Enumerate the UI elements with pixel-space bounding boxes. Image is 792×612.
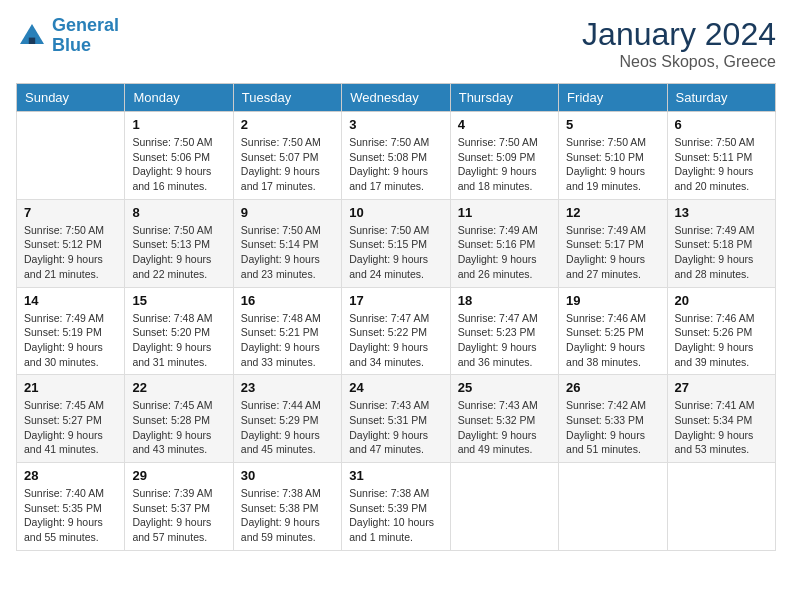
day-number: 2 xyxy=(241,117,334,132)
day-info: Sunrise: 7:50 AMSunset: 5:11 PMDaylight:… xyxy=(675,135,768,194)
day-info: Sunrise: 7:50 AMSunset: 5:06 PMDaylight:… xyxy=(132,135,225,194)
weekday-header-monday: Monday xyxy=(125,84,233,112)
day-info: Sunrise: 7:48 AMSunset: 5:20 PMDaylight:… xyxy=(132,311,225,370)
day-info: Sunrise: 7:43 AMSunset: 5:31 PMDaylight:… xyxy=(349,398,442,457)
calendar-cell: 24Sunrise: 7:43 AMSunset: 5:31 PMDayligh… xyxy=(342,375,450,463)
day-number: 7 xyxy=(24,205,117,220)
day-number: 18 xyxy=(458,293,551,308)
month-title: January 2024 xyxy=(582,16,776,53)
calendar-cell: 9Sunrise: 7:50 AMSunset: 5:14 PMDaylight… xyxy=(233,199,341,287)
calendar-cell: 20Sunrise: 7:46 AMSunset: 5:26 PMDayligh… xyxy=(667,287,775,375)
day-info: Sunrise: 7:43 AMSunset: 5:32 PMDaylight:… xyxy=(458,398,551,457)
calendar-cell: 16Sunrise: 7:48 AMSunset: 5:21 PMDayligh… xyxy=(233,287,341,375)
day-number: 26 xyxy=(566,380,659,395)
calendar-cell xyxy=(559,463,667,551)
day-info: Sunrise: 7:46 AMSunset: 5:25 PMDaylight:… xyxy=(566,311,659,370)
week-row-5: 28Sunrise: 7:40 AMSunset: 5:35 PMDayligh… xyxy=(17,463,776,551)
calendar-cell: 6Sunrise: 7:50 AMSunset: 5:11 PMDaylight… xyxy=(667,112,775,200)
calendar-cell: 2Sunrise: 7:50 AMSunset: 5:07 PMDaylight… xyxy=(233,112,341,200)
calendar-cell: 4Sunrise: 7:50 AMSunset: 5:09 PMDaylight… xyxy=(450,112,558,200)
calendar-cell xyxy=(450,463,558,551)
day-number: 31 xyxy=(349,468,442,483)
weekday-header-sunday: Sunday xyxy=(17,84,125,112)
day-info: Sunrise: 7:50 AMSunset: 5:10 PMDaylight:… xyxy=(566,135,659,194)
calendar-cell xyxy=(667,463,775,551)
calendar-table: SundayMondayTuesdayWednesdayThursdayFrid… xyxy=(16,83,776,551)
day-number: 13 xyxy=(675,205,768,220)
day-number: 1 xyxy=(132,117,225,132)
calendar-cell: 28Sunrise: 7:40 AMSunset: 5:35 PMDayligh… xyxy=(17,463,125,551)
week-row-1: 1Sunrise: 7:50 AMSunset: 5:06 PMDaylight… xyxy=(17,112,776,200)
day-info: Sunrise: 7:48 AMSunset: 5:21 PMDaylight:… xyxy=(241,311,334,370)
day-info: Sunrise: 7:47 AMSunset: 5:22 PMDaylight:… xyxy=(349,311,442,370)
calendar-cell: 12Sunrise: 7:49 AMSunset: 5:17 PMDayligh… xyxy=(559,199,667,287)
day-number: 25 xyxy=(458,380,551,395)
day-info: Sunrise: 7:50 AMSunset: 5:08 PMDaylight:… xyxy=(349,135,442,194)
calendar-cell: 26Sunrise: 7:42 AMSunset: 5:33 PMDayligh… xyxy=(559,375,667,463)
page-header: General Blue January 2024 Neos Skopos, G… xyxy=(16,16,776,71)
calendar-cell: 30Sunrise: 7:38 AMSunset: 5:38 PMDayligh… xyxy=(233,463,341,551)
day-info: Sunrise: 7:45 AMSunset: 5:28 PMDaylight:… xyxy=(132,398,225,457)
day-info: Sunrise: 7:41 AMSunset: 5:34 PMDaylight:… xyxy=(675,398,768,457)
calendar-cell: 3Sunrise: 7:50 AMSunset: 5:08 PMDaylight… xyxy=(342,112,450,200)
day-number: 28 xyxy=(24,468,117,483)
day-number: 5 xyxy=(566,117,659,132)
calendar-cell: 7Sunrise: 7:50 AMSunset: 5:12 PMDaylight… xyxy=(17,199,125,287)
day-info: Sunrise: 7:49 AMSunset: 5:18 PMDaylight:… xyxy=(675,223,768,282)
weekday-header-wednesday: Wednesday xyxy=(342,84,450,112)
calendar-cell: 31Sunrise: 7:38 AMSunset: 5:39 PMDayligh… xyxy=(342,463,450,551)
week-row-4: 21Sunrise: 7:45 AMSunset: 5:27 PMDayligh… xyxy=(17,375,776,463)
calendar-cell: 1Sunrise: 7:50 AMSunset: 5:06 PMDaylight… xyxy=(125,112,233,200)
weekday-header-friday: Friday xyxy=(559,84,667,112)
day-number: 9 xyxy=(241,205,334,220)
weekday-header-row: SundayMondayTuesdayWednesdayThursdayFrid… xyxy=(17,84,776,112)
day-number: 20 xyxy=(675,293,768,308)
calendar-cell: 27Sunrise: 7:41 AMSunset: 5:34 PMDayligh… xyxy=(667,375,775,463)
logo: General Blue xyxy=(16,16,119,56)
calendar-cell: 21Sunrise: 7:45 AMSunset: 5:27 PMDayligh… xyxy=(17,375,125,463)
day-info: Sunrise: 7:42 AMSunset: 5:33 PMDaylight:… xyxy=(566,398,659,457)
day-number: 12 xyxy=(566,205,659,220)
day-number: 8 xyxy=(132,205,225,220)
day-info: Sunrise: 7:38 AMSunset: 5:38 PMDaylight:… xyxy=(241,486,334,545)
day-info: Sunrise: 7:50 AMSunset: 5:09 PMDaylight:… xyxy=(458,135,551,194)
calendar-cell: 10Sunrise: 7:50 AMSunset: 5:15 PMDayligh… xyxy=(342,199,450,287)
weekday-header-saturday: Saturday xyxy=(667,84,775,112)
day-info: Sunrise: 7:50 AMSunset: 5:13 PMDaylight:… xyxy=(132,223,225,282)
day-number: 17 xyxy=(349,293,442,308)
calendar-cell: 11Sunrise: 7:49 AMSunset: 5:16 PMDayligh… xyxy=(450,199,558,287)
title-area: January 2024 Neos Skopos, Greece xyxy=(582,16,776,71)
day-info: Sunrise: 7:46 AMSunset: 5:26 PMDaylight:… xyxy=(675,311,768,370)
day-number: 27 xyxy=(675,380,768,395)
day-info: Sunrise: 7:44 AMSunset: 5:29 PMDaylight:… xyxy=(241,398,334,457)
calendar-cell: 13Sunrise: 7:49 AMSunset: 5:18 PMDayligh… xyxy=(667,199,775,287)
week-row-2: 7Sunrise: 7:50 AMSunset: 5:12 PMDaylight… xyxy=(17,199,776,287)
day-number: 16 xyxy=(241,293,334,308)
day-number: 11 xyxy=(458,205,551,220)
day-info: Sunrise: 7:38 AMSunset: 5:39 PMDaylight:… xyxy=(349,486,442,545)
day-number: 29 xyxy=(132,468,225,483)
day-number: 4 xyxy=(458,117,551,132)
day-info: Sunrise: 7:49 AMSunset: 5:17 PMDaylight:… xyxy=(566,223,659,282)
svg-rect-1 xyxy=(29,37,35,43)
calendar-cell: 25Sunrise: 7:43 AMSunset: 5:32 PMDayligh… xyxy=(450,375,558,463)
day-info: Sunrise: 7:50 AMSunset: 5:07 PMDaylight:… xyxy=(241,135,334,194)
day-number: 3 xyxy=(349,117,442,132)
calendar-cell: 15Sunrise: 7:48 AMSunset: 5:20 PMDayligh… xyxy=(125,287,233,375)
day-info: Sunrise: 7:45 AMSunset: 5:27 PMDaylight:… xyxy=(24,398,117,457)
day-number: 6 xyxy=(675,117,768,132)
week-row-3: 14Sunrise: 7:49 AMSunset: 5:19 PMDayligh… xyxy=(17,287,776,375)
calendar-cell: 5Sunrise: 7:50 AMSunset: 5:10 PMDaylight… xyxy=(559,112,667,200)
calendar-cell: 8Sunrise: 7:50 AMSunset: 5:13 PMDaylight… xyxy=(125,199,233,287)
day-number: 23 xyxy=(241,380,334,395)
calendar-cell: 22Sunrise: 7:45 AMSunset: 5:28 PMDayligh… xyxy=(125,375,233,463)
day-info: Sunrise: 7:49 AMSunset: 5:16 PMDaylight:… xyxy=(458,223,551,282)
calendar-cell: 29Sunrise: 7:39 AMSunset: 5:37 PMDayligh… xyxy=(125,463,233,551)
day-number: 14 xyxy=(24,293,117,308)
day-info: Sunrise: 7:39 AMSunset: 5:37 PMDaylight:… xyxy=(132,486,225,545)
day-info: Sunrise: 7:49 AMSunset: 5:19 PMDaylight:… xyxy=(24,311,117,370)
logo-text: General Blue xyxy=(52,16,119,56)
day-info: Sunrise: 7:50 AMSunset: 5:14 PMDaylight:… xyxy=(241,223,334,282)
weekday-header-thursday: Thursday xyxy=(450,84,558,112)
calendar-cell: 17Sunrise: 7:47 AMSunset: 5:22 PMDayligh… xyxy=(342,287,450,375)
